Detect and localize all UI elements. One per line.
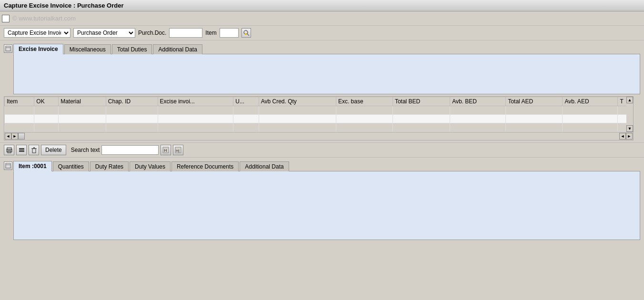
- tab-additional-data[interactable]: Additional Data: [153, 44, 202, 54]
- tab-miscellaneous[interactable]: Miscellaneous: [64, 44, 111, 54]
- svg-text:H|: H|: [176, 149, 180, 153]
- col-avb-bed: Avb. BED: [450, 97, 506, 106]
- svg-rect-10: [19, 151, 24, 152]
- toolbar-row: Capture Excise Invoice Post Excise Invoi…: [0, 26, 644, 40]
- svg-rect-9: [19, 150, 24, 150]
- lower-tab-section: Item :0001 Quantities Duty Rates Duty Va…: [13, 160, 640, 240]
- svg-rect-8: [19, 148, 24, 149]
- purch-doc-input[interactable]: [169, 28, 202, 38]
- scroll-far-right[interactable]: ►: [626, 133, 633, 140]
- scroll-up-arrow[interactable]: ▲: [626, 97, 633, 103]
- data-table-section: Item OK Material Chap. ID Excise invoi..…: [4, 96, 640, 140]
- svg-rect-11: [32, 149, 36, 153]
- main-table: Item OK Material Chap. ID Excise invoi..…: [4, 97, 633, 132]
- svg-line-1: [247, 34, 249, 36]
- upper-tabs-bar: Excise Invoice Miscellaneous Total Dutie…: [13, 43, 640, 54]
- lower-section-icon[interactable]: [4, 161, 12, 170]
- svg-rect-3: [6, 46, 10, 51]
- title-text: Capture Excise Invoice : Purchase Order: [4, 2, 123, 9]
- find-button[interactable]: H: [161, 145, 171, 155]
- table-header-row: Item OK Material Chap. ID Excise invoi..…: [5, 97, 633, 106]
- upper-tab-section: Excise Invoice Miscellaneous Total Dutie…: [13, 43, 640, 94]
- delete-button[interactable]: Delete: [41, 145, 66, 155]
- col-total-bed: Total BED: [392, 97, 450, 106]
- search-text-input[interactable]: [101, 145, 159, 155]
- col-item: Item: [5, 97, 34, 106]
- tab-quantities[interactable]: Quantities: [53, 161, 89, 171]
- col-u: U...: [233, 97, 259, 106]
- horizontal-scrollbar[interactable]: ◄ ► ◄ ►: [4, 132, 634, 140]
- tab-excise-invoice[interactable]: Excise Invoice: [13, 44, 63, 54]
- tab-item-0001[interactable]: Item :0001: [13, 161, 52, 171]
- col-avb-cred-qty: Avb Cred. Qty: [259, 97, 336, 106]
- scroll-left-arrow[interactable]: ◄: [5, 133, 11, 140]
- checkbox-icon[interactable]: [2, 15, 10, 22]
- tab-total-duties[interactable]: Total Duties: [112, 44, 152, 54]
- upper-tab-content: [13, 54, 640, 94]
- action-dropdown[interactable]: Capture Excise Invoice Post Excise Invoi…: [4, 28, 70, 38]
- watermark-text: © www.tutorialkart.com: [12, 15, 76, 22]
- doc-type-dropdown[interactable]: Purchase Order Other: [73, 28, 135, 38]
- col-material: Material: [59, 97, 106, 106]
- tab-lower-additional-data[interactable]: Additional Data: [240, 161, 289, 171]
- scroll-right-arrow[interactable]: ►: [11, 133, 18, 140]
- col-avb-aed: Avb. AED: [563, 97, 618, 106]
- scroll-far-left[interactable]: ◄: [619, 133, 626, 140]
- trash-icon-btn[interactable]: [29, 145, 39, 155]
- scroll-thumb[interactable]: [18, 133, 25, 140]
- watermark-bar: © www.tutorialkart.com: [0, 11, 644, 26]
- upper-section-icon[interactable]: [4, 44, 12, 53]
- col-ok: OK: [34, 97, 59, 106]
- col-chap-id: Chap. ID: [106, 97, 158, 106]
- col-total-aed: Total AED: [506, 97, 563, 106]
- bottom-toolbar: Delete Search text H H|: [0, 142, 644, 158]
- col-excise-inv: Excise invoi...: [158, 97, 233, 106]
- lower-tabs-bar: Item :0001 Quantities Duty Rates Duty Va…: [13, 160, 640, 171]
- print-button[interactable]: [4, 145, 14, 155]
- item-input[interactable]: [220, 28, 239, 38]
- svg-text:H: H: [164, 148, 167, 153]
- col-exc-base: Exc. base: [336, 97, 392, 106]
- search-text-label: Search text: [71, 147, 100, 153]
- find-next-button[interactable]: H|: [173, 145, 183, 155]
- table-row[interactable]: [5, 123, 633, 132]
- table-row[interactable]: [5, 115, 633, 123]
- tab-duty-rates[interactable]: Duty Rates: [90, 161, 129, 171]
- search-button[interactable]: [242, 28, 251, 38]
- table-row[interactable]: [5, 106, 633, 115]
- item-label: Item: [205, 30, 216, 36]
- title-bar: Capture Excise Invoice : Purchase Order: [0, 0, 644, 11]
- vertical-scrollbar[interactable]: ▲ ▼: [626, 97, 633, 132]
- purch-doc-label: Purch.Doc.: [138, 30, 166, 36]
- settings-button[interactable]: [16, 145, 27, 155]
- svg-rect-2: [245, 33, 247, 35]
- svg-rect-18: [6, 163, 10, 168]
- lower-tab-content: [13, 171, 640, 240]
- tab-reference-documents[interactable]: Reference Documents: [171, 161, 239, 171]
- scroll-down-arrow[interactable]: ▼: [626, 125, 633, 132]
- tab-duty-values[interactable]: Duty Values: [130, 161, 171, 171]
